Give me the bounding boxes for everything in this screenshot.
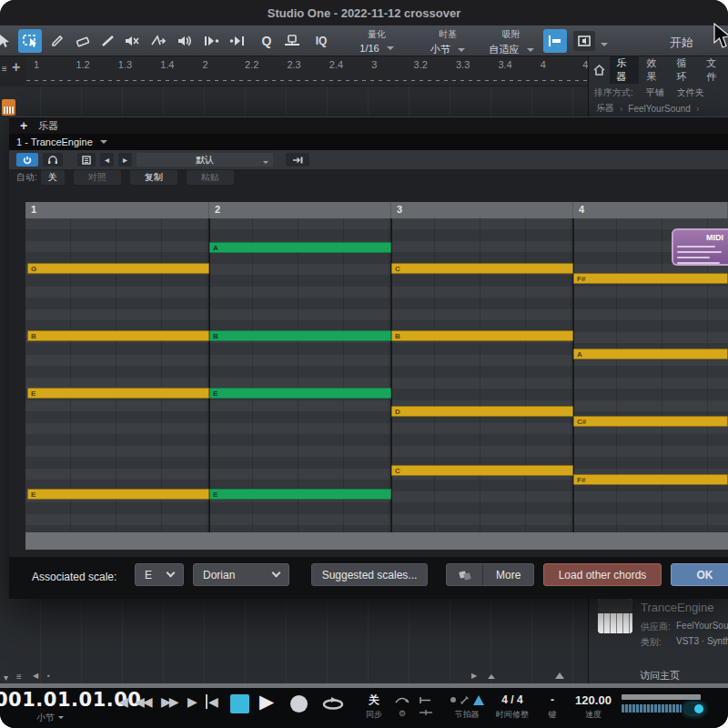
more-button[interactable]: More bbox=[483, 564, 533, 585]
chord-note[interactable]: E bbox=[209, 388, 391, 399]
listen-tool-button[interactable] bbox=[173, 29, 197, 53]
monitor-button[interactable] bbox=[573, 31, 595, 51]
transfer-button[interactable] bbox=[286, 153, 309, 167]
browser-tab-2[interactable]: 循环 bbox=[669, 56, 699, 84]
chord-note[interactable]: F# bbox=[573, 273, 728, 284]
tempo-tap-control[interactable]: ⚙ bbox=[389, 693, 415, 718]
mute-tool-button[interactable] bbox=[120, 29, 144, 53]
chord-note[interactable]: C bbox=[391, 263, 573, 274]
sync-control[interactable]: 关 同步 bbox=[359, 693, 389, 721]
plugin-instance-selector[interactable]: 1 - TranceEngine bbox=[16, 136, 93, 147]
scroll-left-icon[interactable]: ◀ bbox=[33, 672, 38, 680]
step-forward-button[interactable]: ▶ bbox=[187, 694, 196, 709]
chord-note[interactable]: A bbox=[573, 349, 728, 359]
list-menu-icon[interactable]: ≡ bbox=[16, 672, 22, 682]
grid-scrollbar[interactable] bbox=[25, 532, 728, 550]
add-track-icon[interactable]: + bbox=[12, 59, 20, 76]
quantize-tool-button[interactable]: Q bbox=[255, 29, 278, 53]
prev-preset-button[interactable]: ◂ bbox=[100, 153, 114, 167]
key-control[interactable]: - 键 bbox=[539, 693, 566, 721]
sort-option-tiles[interactable]: 平铺 bbox=[646, 86, 664, 99]
compare-button[interactable]: 对照 bbox=[74, 170, 121, 185]
plugin-power-button[interactable] bbox=[16, 153, 38, 167]
timeline-ruler[interactable]: 11.21.31.422.22.32.433.23.33.444.2 bbox=[26, 56, 588, 86]
chord-note[interactable]: E bbox=[209, 489, 391, 500]
zoom-out-icon[interactable] bbox=[488, 674, 495, 679]
sort-option-folders[interactable]: 文件夹 bbox=[677, 86, 704, 99]
chevron-down-icon[interactable]: ▾ bbox=[4, 672, 8, 682]
suggested-scales-button[interactable]: Suggested scales... bbox=[311, 563, 428, 586]
instrument-track-icon[interactable] bbox=[2, 99, 15, 116]
browser-tab-3[interactable]: 文件 bbox=[699, 56, 728, 84]
copy-button[interactable]: 复制 bbox=[130, 170, 177, 185]
bend-tool-button[interactable] bbox=[146, 29, 169, 53]
return-to-start-button[interactable]: ◀ bbox=[206, 694, 217, 709]
record-button[interactable] bbox=[290, 695, 308, 713]
tempo-control[interactable]: 120.00 速度 bbox=[571, 693, 615, 721]
midi-drag-widget[interactable]: MIDI bbox=[672, 228, 728, 266]
rewind-button[interactable]: ◀◀ bbox=[135, 694, 151, 709]
chords-export-button[interactable] bbox=[447, 564, 483, 585]
breadcrumb-item[interactable]: 乐器 bbox=[596, 102, 614, 115]
add-plugin-icon[interactable]: + bbox=[20, 118, 27, 133]
marker-icon[interactable]: ▪ bbox=[47, 672, 50, 680]
eraser-tool-button[interactable] bbox=[71, 29, 95, 53]
fast-forward-button[interactable]: ▶▶ bbox=[161, 694, 177, 709]
metronome-control[interactable]: 节拍器 bbox=[440, 693, 493, 721]
comp-tool-button[interactable] bbox=[280, 29, 304, 53]
load-other-chords-button[interactable]: Load other chords bbox=[543, 563, 662, 586]
scale-key-dropdown[interactable]: E bbox=[135, 563, 184, 586]
chord-note[interactable]: E bbox=[27, 489, 209, 500]
scroll-right-icon[interactable]: ▶ bbox=[471, 672, 477, 680]
iq-toggle-button[interactable]: IQ bbox=[308, 29, 335, 53]
zoom-in-icon[interactable] bbox=[555, 672, 564, 679]
chevron-down-icon[interactable] bbox=[100, 140, 107, 147]
preset-list-button[interactable] bbox=[77, 153, 96, 167]
chord-note[interactable]: G bbox=[27, 263, 209, 274]
scale-mode-dropdown[interactable]: Dorian bbox=[193, 563, 289, 586]
nudge-back-button[interactable] bbox=[226, 29, 249, 53]
plugin-listen-button[interactable] bbox=[43, 153, 63, 167]
range-tool-button[interactable] bbox=[18, 29, 42, 53]
arrow-tool-button[interactable] bbox=[0, 29, 15, 53]
chord-note[interactable]: B bbox=[391, 330, 573, 341]
paste-button[interactable]: 粘贴 bbox=[187, 170, 234, 185]
automation-state[interactable]: 关 bbox=[41, 170, 65, 185]
autoscroll-button[interactable] bbox=[543, 29, 567, 53]
plugin-tab-instruments[interactable]: 乐器 bbox=[38, 119, 58, 133]
chord-note[interactable]: E bbox=[27, 388, 209, 399]
chord-note[interactable]: B bbox=[209, 330, 391, 341]
breadcrumb-item[interactable]: FeelYourSound bbox=[628, 104, 691, 114]
timebase-dropdown[interactable]: 时基 小节 bbox=[417, 28, 479, 56]
chord-note[interactable]: B bbox=[27, 330, 209, 341]
punch-control[interactable] bbox=[414, 693, 438, 718]
start-button[interactable]: 开始 bbox=[670, 35, 693, 51]
timesig-control[interactable]: 4 / 4 时间修整 bbox=[491, 693, 533, 721]
chord-note[interactable]: C bbox=[391, 465, 573, 476]
play-button[interactable]: ▶ bbox=[259, 691, 274, 713]
preset-dropdown[interactable]: 默认 bbox=[136, 153, 273, 167]
chord-note[interactable]: C# bbox=[573, 416, 728, 427]
chord-note[interactable]: A bbox=[209, 242, 391, 253]
chord-note[interactable]: D bbox=[391, 406, 573, 417]
browser-home-button[interactable] bbox=[589, 56, 610, 84]
chevron-down-icon[interactable] bbox=[601, 43, 608, 50]
browser-tab-0[interactable]: 乐器 bbox=[610, 56, 640, 84]
stop-button[interactable] bbox=[230, 694, 249, 713]
title-bar[interactable]: Studio One - 2022-11-12 crossover bbox=[0, 0, 728, 25]
plugin-thumbnail-icon[interactable] bbox=[598, 599, 632, 633]
visit-homepage-link[interactable]: 访问主页 bbox=[640, 669, 680, 682]
position-unit-selector[interactable]: 小节 bbox=[36, 712, 64, 724]
next-preset-button[interactable]: ▸ bbox=[118, 153, 132, 167]
nudge-forward-button[interactable] bbox=[200, 29, 224, 53]
step-back-button[interactable]: ◀ bbox=[118, 694, 126, 709]
loop-button[interactable] bbox=[318, 695, 348, 713]
monitor-toggle[interactable] bbox=[684, 703, 704, 714]
browser-tab-1[interactable]: 效果 bbox=[639, 56, 669, 84]
pencil-tool-button[interactable] bbox=[46, 29, 69, 53]
snap-dropdown[interactable]: 吸附 自适应 bbox=[479, 28, 544, 56]
ok-button[interactable]: OK bbox=[671, 563, 728, 586]
paint-tool-button[interactable] bbox=[96, 29, 120, 53]
quantize-dropdown[interactable]: 量化 1/16 bbox=[333, 28, 420, 54]
chord-note[interactable]: F# bbox=[573, 474, 728, 485]
